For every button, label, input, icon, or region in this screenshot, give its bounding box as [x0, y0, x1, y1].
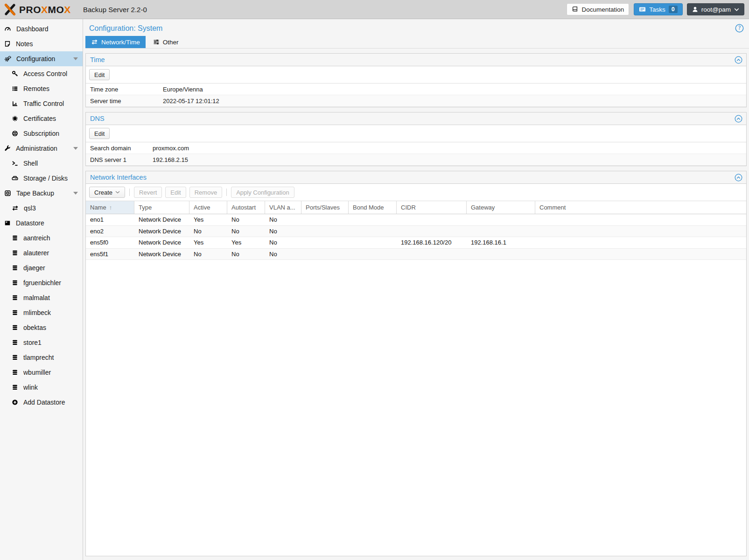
time-panel-title: Time: [90, 56, 105, 63]
table-row-ens5f1[interactable]: ens5f1Network DeviceNoNoNo: [86, 249, 746, 260]
time-row-time-zone[interactable]: Time zoneEurope/Vienna: [86, 84, 746, 95]
tab-network-time[interactable]: Network/Time: [85, 36, 146, 48]
column-header-comment[interactable]: Comment: [535, 201, 746, 214]
sidebar-item-fgruenbichler[interactable]: fgruenbichler: [0, 275, 83, 290]
column-header-gateway[interactable]: Gateway: [467, 201, 535, 214]
wrench-icon: [4, 145, 11, 152]
sidebar-item-label: alauterer: [23, 249, 49, 257]
toolbar-separator: [226, 189, 227, 196]
table-row-ens5f0[interactable]: ens5f0Network DeviceYesYesNo192.168.16.1…: [86, 237, 746, 249]
cell-vlan-a: No: [265, 228, 301, 235]
proxmox-x-icon: [4, 3, 16, 16]
book-icon: [572, 6, 578, 13]
tab-label: Other: [163, 39, 179, 46]
cell-type: Network Device: [134, 228, 189, 235]
sidebar-item-tape-backup[interactable]: Tape Backup: [0, 186, 83, 201]
cell-gateway: 192.168.16.1: [467, 239, 535, 246]
column-header-vlan-a[interactable]: VLAN a...: [265, 201, 301, 214]
documentation-button[interactable]: Documentation: [567, 3, 629, 15]
sidebar-item-store1[interactable]: store1: [0, 335, 83, 350]
sidebar-item-add-datastore[interactable]: Add Datastore: [0, 395, 83, 410]
database-icon: [12, 235, 18, 241]
tasks-button[interactable]: Tasks 0: [634, 3, 682, 15]
sidebar-item-configuration[interactable]: Configuration: [0, 51, 83, 66]
sidebar-item-tlamprecht[interactable]: tlamprecht: [0, 350, 83, 365]
table-row-eno1[interactable]: eno1Network DeviceYesNoNo: [86, 214, 746, 226]
help-icon[interactable]: ?: [735, 24, 744, 33]
sidebar-item-aantreich[interactable]: aantreich: [0, 231, 83, 245]
collapse-icon[interactable]: [735, 115, 742, 123]
time-value: Europe/Vienna: [163, 86, 746, 93]
sidebar-item-label: mlimbeck: [23, 309, 51, 316]
button-label: Edit: [170, 189, 181, 196]
caret-down-icon[interactable]: [73, 147, 78, 150]
column-header-autostart[interactable]: Autostart: [227, 201, 265, 214]
documentation-label: Documentation: [581, 6, 624, 13]
create-button[interactable]: Create: [89, 187, 125, 198]
cell-name: ens5f0: [86, 239, 134, 246]
cell-name: eno2: [86, 228, 134, 235]
dns-row-search-domain[interactable]: Search domainproxmox.com: [86, 142, 746, 154]
sidebar-item-traffic-control[interactable]: Traffic Control: [0, 96, 83, 111]
tab-other[interactable]: Other: [147, 36, 184, 48]
sidebar-item-remotes[interactable]: Remotes: [0, 81, 83, 96]
tasks-icon: [639, 6, 646, 13]
button-label: Revert: [139, 189, 157, 196]
sidebar-item-obektas[interactable]: obektas: [0, 320, 83, 335]
sidebar-item-notes[interactable]: Notes: [0, 36, 83, 51]
exchange-icon: [12, 205, 19, 211]
time-edit-button[interactable]: Edit: [89, 69, 110, 80]
dns-row-dns-server-1[interactable]: DNS server 1192.168.2.15: [86, 154, 746, 166]
sidebar-item-subscription[interactable]: Subscription: [0, 126, 83, 141]
sidebar-item-certificates[interactable]: Certificates: [0, 111, 83, 126]
sidebar-item-djaeger[interactable]: djaeger: [0, 260, 83, 275]
column-header-cidr[interactable]: CIDR: [397, 201, 467, 214]
sidebar-item-mlimbeck[interactable]: mlimbeck: [0, 305, 83, 320]
sidebar-item-shell[interactable]: Shell: [0, 156, 83, 171]
column-label: Type: [139, 204, 152, 211]
caret-down-icon[interactable]: [73, 57, 78, 60]
sidebar-item-dashboard[interactable]: Dashboard: [0, 21, 83, 36]
table-row-eno2[interactable]: eno2Network DeviceNoNoNo: [86, 226, 746, 238]
sidebar-item-wbumiller[interactable]: wbumiller: [0, 365, 83, 380]
dns-value: 192.168.2.15: [153, 156, 746, 163]
database-icon: [12, 265, 18, 271]
dns-edit-button[interactable]: Edit: [89, 128, 110, 139]
sidebar-item-datastore[interactable]: Datastore: [0, 216, 83, 231]
cell-cidr: 192.168.16.120/20: [397, 239, 467, 246]
database-icon: [12, 354, 18, 361]
sidebar-item-wlink[interactable]: wlink: [0, 380, 83, 395]
user-menu-button[interactable]: root@pam: [687, 3, 744, 15]
user-icon: [692, 6, 698, 13]
column-header-name[interactable]: Name↑: [86, 201, 134, 214]
app-version-title: Backup Server 2.2-0: [83, 6, 147, 14]
sidebar-item-storage-disks[interactable]: Storage / Disks: [0, 171, 83, 186]
sidebar-item-qsl3[interactable]: qsl3: [0, 201, 83, 216]
time-row-server-time[interactable]: Server time2022-05-17 12:01:12: [86, 95, 746, 107]
time-kv-grid: Time zoneEurope/ViennaServer time2022-05…: [86, 84, 746, 107]
column-header-active[interactable]: Active: [189, 201, 227, 214]
column-header-ports-slaves[interactable]: Ports/Slaves: [301, 201, 349, 214]
collapse-icon[interactable]: [735, 174, 742, 182]
sidebar-item-label: Administration: [16, 145, 57, 152]
sidebar-item-alauterer[interactable]: alauterer: [0, 245, 83, 260]
sidebar-item-label: fgruenbichler: [23, 279, 61, 287]
database-icon: [12, 324, 18, 331]
caret-down-icon[interactable]: [73, 192, 78, 195]
plus-circle-icon: [12, 399, 18, 406]
sidebar-item-label: Datastore: [16, 219, 44, 227]
sidebar-item-label: Traffic Control: [23, 100, 64, 107]
cell-vlan-a: No: [265, 251, 301, 258]
sidebar-item-administration[interactable]: Administration: [0, 141, 83, 156]
column-header-type[interactable]: Type: [134, 201, 189, 214]
sidebar-item-malmalat[interactable]: malmalat: [0, 290, 83, 305]
cell-active: Yes: [189, 216, 227, 223]
cell-autostart: No: [227, 251, 265, 258]
column-header-bond-mode[interactable]: Bond Mode: [349, 201, 397, 214]
network-toolbar: CreateRevertEditRemoveApply Configuratio…: [86, 184, 746, 201]
dns-panel-header: DNS: [86, 112, 746, 125]
collapse-icon[interactable]: [735, 56, 742, 64]
column-label: Gateway: [471, 204, 495, 211]
sidebar-item-access-control[interactable]: Access Control: [0, 66, 83, 81]
cell-name: ens5f1: [86, 251, 134, 258]
